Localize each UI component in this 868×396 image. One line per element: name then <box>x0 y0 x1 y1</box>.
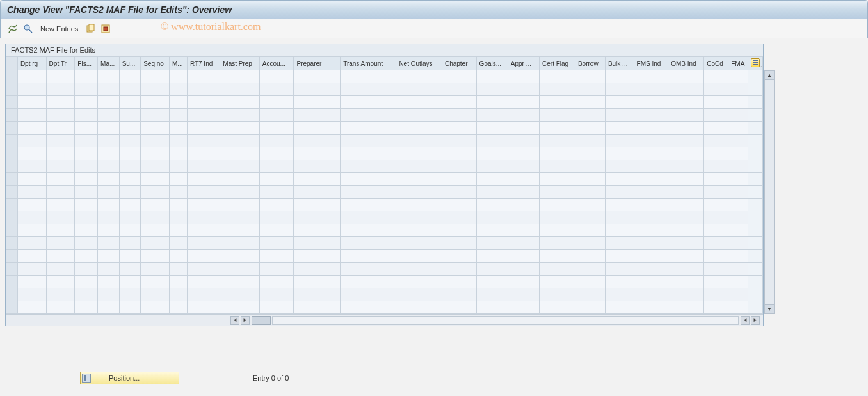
cell[interactable] <box>98 263 120 276</box>
cell[interactable] <box>187 83 220 96</box>
cell[interactable] <box>396 276 442 288</box>
cell[interactable] <box>508 288 539 301</box>
hscroll-track[interactable] <box>272 316 739 325</box>
cell[interactable] <box>17 109 46 122</box>
cell[interactable] <box>259 250 294 263</box>
cell[interactable] <box>46 211 75 224</box>
cell[interactable] <box>75 83 98 96</box>
cell[interactable] <box>605 237 634 250</box>
col-header[interactable]: Dpt Tr <box>46 57 75 70</box>
cell[interactable] <box>341 237 396 250</box>
cell[interactable] <box>46 288 75 301</box>
cell[interactable] <box>476 288 508 301</box>
cell[interactable] <box>98 160 120 173</box>
cell[interactable] <box>575 301 605 314</box>
cell[interactable] <box>141 237 170 250</box>
cell[interactable] <box>728 288 748 301</box>
cell[interactable] <box>476 276 508 288</box>
cell[interactable] <box>169 224 187 237</box>
cell[interactable] <box>575 147 605 160</box>
cell[interactable] <box>141 135 170 147</box>
cell[interactable] <box>476 96 508 109</box>
cell[interactable] <box>294 211 341 224</box>
cell[interactable] <box>220 70 260 83</box>
col-header[interactable]: FMS Ind <box>634 57 668 70</box>
cell[interactable] <box>605 250 634 263</box>
col-header[interactable]: Bulk ... <box>605 57 634 70</box>
cell[interactable] <box>668 301 704 314</box>
cell[interactable] <box>169 237 187 250</box>
cell[interactable] <box>141 83 170 96</box>
cell[interactable] <box>728 186 748 199</box>
cell[interactable] <box>220 173 260 186</box>
cell[interactable] <box>634 173 668 186</box>
cell[interactable] <box>220 276 260 288</box>
row-selector[interactable] <box>6 301 18 314</box>
cell[interactable] <box>634 288 668 301</box>
col-header[interactable]: Preparer <box>294 57 341 70</box>
cell[interactable] <box>634 109 668 122</box>
cell[interactable] <box>341 224 396 237</box>
cell[interactable] <box>220 186 260 199</box>
cell[interactable] <box>141 211 170 224</box>
cell[interactable] <box>259 122 294 135</box>
cell[interactable] <box>540 83 575 96</box>
cell[interactable] <box>220 288 260 301</box>
cell[interactable] <box>634 301 668 314</box>
cell[interactable] <box>141 276 170 288</box>
cell[interactable] <box>476 211 508 224</box>
col-header[interactable]: RT7 Ind <box>187 57 220 70</box>
cell[interactable] <box>98 288 120 301</box>
cell[interactable] <box>508 199 539 211</box>
scroll-right-arrow-2[interactable]: ► <box>751 316 760 325</box>
cell[interactable] <box>634 122 668 135</box>
cell[interactable] <box>605 224 634 237</box>
new-entries-button[interactable]: New Entries <box>40 25 78 33</box>
cell[interactable] <box>46 186 75 199</box>
cell[interactable] <box>119 250 141 263</box>
cell[interactable] <box>540 237 575 250</box>
cell[interactable] <box>75 250 98 263</box>
cell[interactable] <box>575 160 605 173</box>
row-selector[interactable] <box>6 263 18 276</box>
cell[interactable] <box>540 109 575 122</box>
cell[interactable] <box>540 301 575 314</box>
cell[interactable] <box>187 199 220 211</box>
cell[interactable] <box>187 122 220 135</box>
col-header[interactable]: M... <box>169 57 187 70</box>
col-header[interactable]: Chapter <box>442 57 476 70</box>
scroll-left-arrow-2[interactable]: ◄ <box>741 316 750 325</box>
cell[interactable] <box>141 224 170 237</box>
cell[interactable] <box>540 122 575 135</box>
cell[interactable] <box>220 160 260 173</box>
cell[interactable] <box>442 263 476 276</box>
cell[interactable] <box>668 250 704 263</box>
cell[interactable] <box>704 186 728 199</box>
cell[interactable] <box>75 122 98 135</box>
cell[interactable] <box>605 70 634 83</box>
cell[interactable] <box>634 276 668 288</box>
cell[interactable] <box>169 211 187 224</box>
cell[interactable] <box>634 135 668 147</box>
cell[interactable] <box>476 186 508 199</box>
cell[interactable] <box>575 288 605 301</box>
cell[interactable] <box>119 301 141 314</box>
col-header[interactable]: Appr ... <box>508 57 539 70</box>
cell[interactable] <box>508 109 539 122</box>
col-header[interactable]: OMB Ind <box>668 57 704 70</box>
cell[interactable] <box>341 199 396 211</box>
col-header[interactable]: Fis... <box>75 57 98 70</box>
hscroll-thumb[interactable] <box>252 316 271 325</box>
cell[interactable] <box>728 83 748 96</box>
cell[interactable] <box>605 211 634 224</box>
cell[interactable] <box>605 301 634 314</box>
cell[interactable] <box>728 199 748 211</box>
cell[interactable] <box>119 83 141 96</box>
cell[interactable] <box>187 109 220 122</box>
cell[interactable] <box>187 160 220 173</box>
cell[interactable] <box>668 276 704 288</box>
cell[interactable] <box>728 263 748 276</box>
cell[interactable] <box>605 147 634 160</box>
cell[interactable] <box>476 301 508 314</box>
cell[interactable] <box>17 237 46 250</box>
